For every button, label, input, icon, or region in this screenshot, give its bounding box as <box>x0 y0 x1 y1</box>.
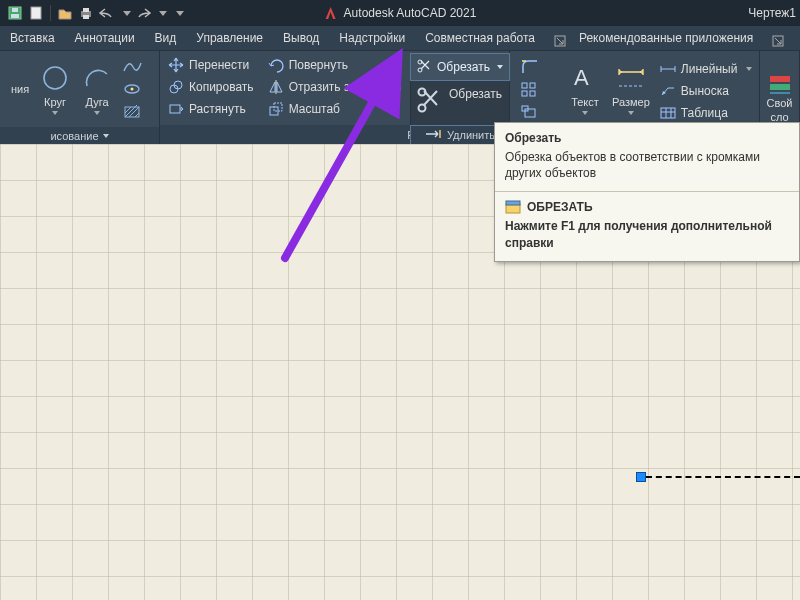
tab-launcher-icon[interactable] <box>551 32 569 50</box>
hatch-icon[interactable] <box>122 102 142 122</box>
tab-launcher-icon[interactable] <box>769 32 787 50</box>
stretch-label: Растянуть <box>189 102 246 116</box>
tab-view[interactable]: Вид <box>145 27 187 50</box>
selection-grip[interactable] <box>636 472 646 482</box>
tab-addins[interactable]: Надстройки <box>329 27 415 50</box>
chevron-down-icon <box>94 111 100 115</box>
trim-sub-label: Обрезать <box>449 87 502 101</box>
copy-label: Копировать <box>189 80 254 94</box>
explode-icon[interactable] <box>520 103 540 123</box>
arc-label: Дуга <box>85 96 108 108</box>
tab-featured-apps[interactable]: Рекомендованные приложения <box>569 27 763 50</box>
svg-point-11 <box>131 88 134 91</box>
line-label: ния <box>11 83 29 95</box>
chevron-down-icon[interactable] <box>159 11 167 16</box>
app-name-label: Autodesk AutoCAD 2021 <box>344 6 477 20</box>
text-icon: A <box>570 63 600 93</box>
copy-icon <box>168 79 184 95</box>
tab-collaborate[interactable]: Совместная работа <box>415 27 545 50</box>
svg-rect-22 <box>522 83 527 88</box>
svg-rect-23 <box>530 83 535 88</box>
svg-rect-35 <box>506 201 520 205</box>
tab-output[interactable]: Вывод <box>273 27 329 50</box>
scale-label: Масштаб <box>289 102 340 116</box>
ellipse-icon[interactable] <box>122 79 142 99</box>
trim-button[interactable]: Обрезать <box>410 53 510 81</box>
crosshair-guide-line <box>646 476 800 478</box>
table-button[interactable]: Таблица <box>656 102 757 124</box>
qat-undo-icon[interactable] <box>98 4 116 22</box>
dimension-button[interactable]: Размер <box>606 53 656 125</box>
linear-label: Линейный <box>681 62 738 76</box>
arc-button[interactable]: Дуга <box>76 53 118 125</box>
tooltip-title: Обрезать <box>495 123 799 147</box>
scissors-icon <box>417 87 443 113</box>
circle-button[interactable]: Круг <box>34 53 76 125</box>
table-label: Таблица <box>681 106 728 120</box>
qat-save-icon[interactable] <box>6 4 24 22</box>
qat-separator <box>50 5 51 21</box>
qat-redo-icon[interactable] <box>134 4 152 22</box>
titlebar-app-title: Autodesk AutoCAD 2021 <box>324 6 477 20</box>
chevron-down-icon <box>746 67 752 71</box>
chevron-down-icon <box>52 111 58 115</box>
chevron-down-icon <box>582 111 588 115</box>
rotate-label: Повернуть <box>289 58 348 72</box>
chevron-down-icon[interactable] <box>123 11 131 16</box>
rotate-button[interactable]: Повернуть <box>264 54 406 76</box>
autocad-logo-icon <box>324 6 338 20</box>
panel-draw-title[interactable]: исование <box>0 127 159 145</box>
tooltip-body: Обрезка объектов в соответствии с кромка… <box>495 147 799 191</box>
tab-insert[interactable]: Вставка <box>0 27 65 50</box>
stretch-button[interactable]: Растянуть <box>164 98 258 120</box>
copy-button[interactable]: Копировать <box>164 76 258 98</box>
tab-annotate[interactable]: Аннотации <box>65 27 145 50</box>
draw-extra-icons <box>118 54 146 124</box>
svg-rect-32 <box>770 92 790 94</box>
svg-text:A: A <box>574 65 589 90</box>
ribbon-tab-bar: Вставка Аннотации Вид Управление Вывод Н… <box>0 26 800 50</box>
properties-icon <box>767 73 793 95</box>
array-icon[interactable] <box>520 80 540 100</box>
chevron-down-icon[interactable] <box>497 65 503 69</box>
panel-draw-title-label: исование <box>50 130 98 142</box>
svg-point-9 <box>44 67 66 89</box>
qat-open-icon[interactable] <box>56 4 74 22</box>
linear-dim-icon <box>660 61 676 77</box>
chevron-down-icon <box>628 111 634 115</box>
props-label: Свой <box>767 97 793 109</box>
document-name[interactable]: Чертеж1 <box>748 6 796 20</box>
svg-rect-3 <box>31 7 41 19</box>
panel-draw: ния Круг Дуга ис <box>0 51 160 145</box>
qat-print-icon[interactable] <box>77 4 95 22</box>
move-button[interactable]: Перенести <box>164 54 258 76</box>
scale-button[interactable]: Масштаб <box>264 98 406 120</box>
svg-rect-24 <box>522 91 527 96</box>
tooltip-trim: Обрезать Обрезка объектов в соответствии… <box>494 122 800 262</box>
text-button[interactable]: A Текст <box>564 53 606 125</box>
leader-button[interactable]: Выноска <box>656 80 757 102</box>
table-icon <box>660 105 676 121</box>
scale-icon <box>268 101 284 117</box>
qat-customize-icon[interactable] <box>176 11 184 16</box>
svg-rect-6 <box>83 15 89 19</box>
trim-flyout-item[interactable]: Обрезать <box>410 81 510 125</box>
tooltip-command-label: ОБРЕЗАТЬ <box>527 200 593 214</box>
extend-label: Удлинить <box>447 129 495 141</box>
linear-dim-button[interactable]: Линейный <box>656 58 757 80</box>
mirror-button[interactable]: Отразить зеркально <box>264 76 406 98</box>
chevron-down-icon <box>103 134 109 138</box>
svg-rect-31 <box>770 84 790 90</box>
leader-label: Выноска <box>681 84 729 98</box>
svg-rect-29 <box>661 108 675 118</box>
fillet-icon[interactable] <box>520 57 540 77</box>
spline-icon[interactable] <box>122 56 142 76</box>
move-icon <box>168 57 184 73</box>
qat-new-icon[interactable] <box>27 4 45 22</box>
rotate-icon <box>268 57 284 73</box>
line-button[interactable]: ния <box>6 53 34 125</box>
svg-rect-30 <box>770 76 790 82</box>
mirror-label: Отразить зеркально <box>289 80 402 94</box>
titlebar: Autodesk AutoCAD 2021 Чертеж1 <box>0 0 800 26</box>
tab-manage[interactable]: Управление <box>186 27 273 50</box>
